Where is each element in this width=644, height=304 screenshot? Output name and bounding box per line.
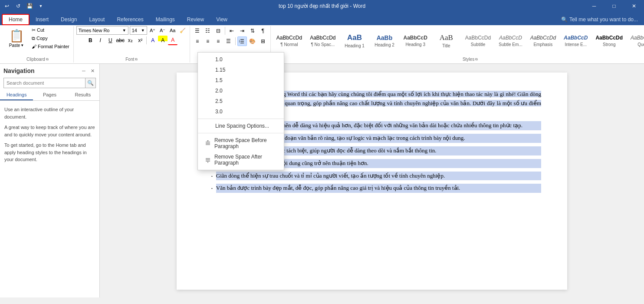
close-button[interactable]: ✕	[624, 0, 644, 12]
tab-insert[interactable]: Insert	[30, 14, 55, 25]
clipboard-expand-icon[interactable]: ⧉	[46, 57, 49, 62]
line-spacing-button[interactable]	[237, 36, 247, 46]
shading-button[interactable]: 🎨	[248, 36, 257, 46]
text-effects-button[interactable]: A	[148, 36, 158, 45]
nav-body: Use an interactive outline of your docum…	[0, 101, 99, 297]
save-button[interactable]: 💾	[24, 1, 35, 11]
clipboard-label: Clipboard ⧉	[26, 57, 49, 62]
styles-expand-icon[interactable]: ⧉	[475, 57, 478, 62]
spacing-3-0[interactable]: 3.0	[198, 106, 284, 117]
minimize-button[interactable]: ─	[584, 0, 604, 12]
spacing-1-5[interactable]: 1.5	[198, 75, 284, 86]
nav-tab-headings[interactable]: Headings	[0, 90, 33, 100]
font-name-select[interactable]: Times New Ro ▼	[76, 26, 128, 35]
paste-icon: 📋	[9, 29, 24, 43]
tab-design[interactable]: Design	[55, 14, 83, 25]
redo-button[interactable]: ↺	[13, 1, 23, 11]
nav-tab-pages[interactable]: Pages	[33, 90, 66, 100]
tab-home[interactable]: Home	[2, 14, 30, 25]
justify-button[interactable]: ☰	[224, 36, 233, 46]
search-input[interactable]	[3, 78, 85, 88]
borders-button[interactable]: ⊞	[258, 36, 268, 46]
change-case-button[interactable]: Aa	[168, 26, 177, 35]
doc-bullet-text-5: Văn bản được trình bày đẹp mắt, dễ đọc, …	[216, 184, 541, 193]
bullet-icon-4: •	[211, 174, 213, 181]
copy-icon: ⧉	[32, 36, 35, 41]
para-row-1: ☰ ☷ ⊟ ⇤ ⇥ ⇅ ¶	[193, 26, 268, 36]
numbering-button[interactable]: ☷	[203, 26, 213, 36]
spacing-2-5[interactable]: 2.5	[198, 96, 284, 106]
nav-promo: Use an interactive outline of your docum…	[4, 106, 95, 163]
nav-close-button[interactable]: ✕	[89, 67, 96, 74]
customize-quick-access[interactable]: ▼	[36, 1, 46, 11]
align-right-button[interactable]: ≡	[214, 36, 223, 46]
align-left-button[interactable]: ≡	[193, 36, 202, 46]
style-no-spacing[interactable]: AaBbCcDd ¶ No Spac...	[307, 28, 338, 53]
spacing-1-15[interactable]: 1.15	[198, 65, 284, 75]
cut-button[interactable]: ✂ Cut	[30, 26, 71, 34]
nav-collapse-button[interactable]: ─	[80, 67, 87, 74]
subscript-button[interactable]: x₂	[125, 36, 135, 45]
superscript-button[interactable]: x²	[135, 36, 145, 45]
separator	[146, 36, 147, 44]
spacing-1-0[interactable]: 1.0	[198, 54, 284, 65]
font-name-row: Times New Ro ▼ 14 ▼ A⁺ A⁻ Aa 🧹	[76, 26, 187, 35]
italic-button[interactable]: I	[95, 36, 105, 45]
line-spacing-options[interactable]: Line Spacing Options...	[198, 121, 284, 131]
spacing-2-0[interactable]: 2.0	[198, 86, 284, 96]
style-intense-emphasis[interactable]: AaBbCcD Intense E...	[561, 28, 591, 53]
style-subtle-emphasis[interactable]: AaBbCcD Subtle Em...	[496, 28, 525, 53]
paste-button[interactable]: 📋 Paste▼	[4, 26, 29, 50]
font-size-increase-button[interactable]: A⁺	[148, 26, 157, 35]
font-size-select[interactable]: 14 ▼	[130, 26, 147, 35]
clear-formatting-button[interactable]: 🧹	[178, 26, 187, 35]
style-title[interactable]: AaB Title	[432, 28, 460, 53]
search-button[interactable]: 🔍	[85, 78, 96, 88]
text-highlight-button[interactable]: A	[158, 36, 168, 45]
style-heading1[interactable]: AaB Heading 1	[341, 28, 369, 53]
style-normal[interactable]: AaBbCcDd ¶ Normal	[273, 28, 305, 53]
align-center-button[interactable]: ≡	[203, 36, 213, 46]
multilevel-list-button[interactable]: ⊟	[214, 26, 223, 36]
tell-me-bar[interactable]: 🔍 Tell me what you want to do...	[553, 14, 644, 25]
increase-indent-button[interactable]: ⇥	[237, 26, 247, 36]
bullets-button[interactable]: ☰	[193, 26, 202, 36]
remove-space-before[interactable]: Remove Space Before Paragraph	[198, 135, 284, 152]
tab-view[interactable]: View	[210, 14, 233, 25]
font-size-dropdown-icon: ▼	[141, 28, 145, 33]
show-hide-button[interactable]: ¶	[258, 26, 268, 36]
style-emphasis[interactable]: AaBbCcDd Emphasis	[527, 28, 559, 53]
tab-mailings[interactable]: Mailings	[150, 14, 181, 25]
strikethrough-button[interactable]: abc	[115, 36, 125, 45]
underline-button[interactable]: U	[105, 36, 115, 45]
tab-review[interactable]: Review	[181, 14, 210, 25]
remove-space-after[interactable]: Remove Space After Paragraph	[198, 152, 284, 168]
copy-button[interactable]: ⧉ Copy	[30, 34, 71, 42]
svg-marker-8	[207, 140, 209, 141]
main-area: Navigation ─ ✕ 🔍 Headings Pages Results …	[0, 64, 644, 297]
sort-button[interactable]: ⇅	[248, 26, 257, 36]
styles-content: AaBbCcDd ¶ Normal AaBbCcDd ¶ No Spac... …	[273, 26, 644, 63]
nav-tab-results[interactable]: Results	[66, 90, 99, 100]
font-size-decrease-button[interactable]: A⁻	[158, 26, 167, 35]
tab-references[interactable]: References	[111, 14, 149, 25]
doc-bullet-text-4: Giãn dòng thể hiện sự trau chuốt và tỉ m…	[216, 172, 541, 181]
style-quote[interactable]: AaBbCcDd Quote	[628, 28, 644, 53]
style-heading2[interactable]: AaBb Heading 2	[371, 28, 399, 53]
decrease-indent-button[interactable]: ⇤	[227, 26, 237, 36]
tab-layout[interactable]: Layout	[83, 14, 111, 25]
font-name-dropdown-icon: ▼	[122, 28, 126, 33]
document-area[interactable]: Trước khi học cách giãn dòng trong Word …	[100, 64, 644, 297]
font-format-row: B I U abc x₂ x² A A A	[85, 36, 177, 45]
style-subtitle[interactable]: AaBbCcDd Subtitle	[462, 28, 494, 53]
format-painter-button[interactable]: 🖌 Format Painter	[30, 43, 71, 50]
font-expand-icon[interactable]: ⧉	[135, 57, 138, 62]
title-bar: ↩ ↺ 💾 ▼ top 10 người đẹp nhất thế giới -…	[0, 0, 644, 12]
style-heading3[interactable]: AaBbCcD Heading 3	[401, 28, 430, 53]
bold-button[interactable]: B	[85, 36, 95, 45]
font-color-button[interactable]: A	[168, 36, 177, 45]
undo-button[interactable]: ↩	[2, 1, 12, 11]
nav-promo-text2: A great way to keep track of where you a…	[4, 124, 95, 138]
maximize-button[interactable]: □	[604, 0, 624, 12]
style-strong[interactable]: AaBbCcDd Strong	[592, 28, 626, 53]
